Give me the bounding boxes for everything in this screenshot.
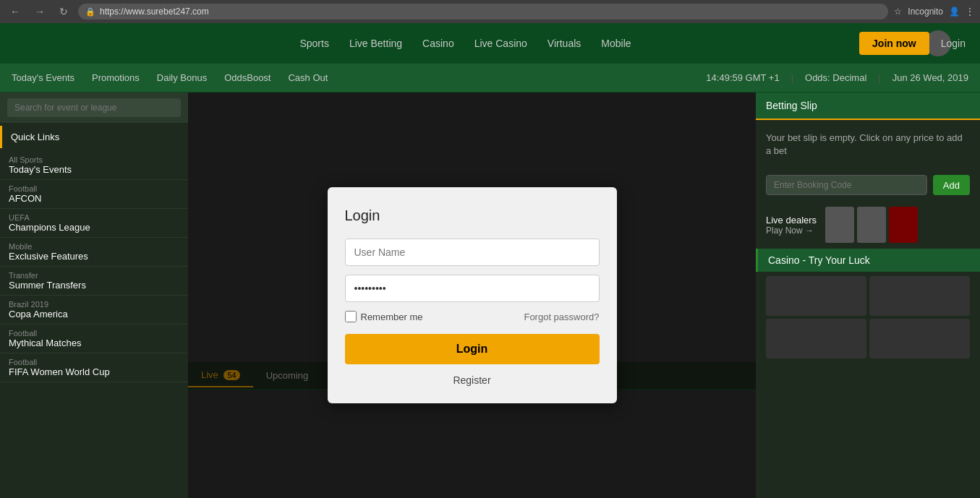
login-modal: Login Remember me Forgot password? Login…: [328, 187, 617, 403]
casino-card-1[interactable]: [766, 276, 866, 316]
remember-left: Remember me: [345, 311, 423, 322]
sidebar-item-label: AFCON: [9, 193, 179, 204]
nav-reload[interactable]: ↻: [55, 4, 72, 19]
join-now-button[interactable]: Join now: [859, 32, 929, 55]
casino-card-4[interactable]: [869, 319, 970, 359]
casino-card-2[interactable]: [869, 276, 970, 316]
search-box: [0, 93, 188, 123]
sub-nav: Today's Events Promotions Daily Bonus Od…: [0, 64, 980, 93]
sidebar-item-champions-league[interactable]: UEFA Champions League: [0, 209, 188, 238]
nav-live-casino[interactable]: Live Casino: [474, 38, 527, 49]
sidebar-category: Brazil 2019: [9, 300, 179, 309]
sidebar-item-exclusive-features[interactable]: Mobile Exclusive Features: [0, 238, 188, 267]
modal-login-button[interactable]: Login: [345, 334, 600, 364]
sub-nav-right: 14:49:59 GMT +1 | Odds: Decimal | Jun 26…: [706, 72, 968, 83]
sidebar-item-afcon[interactable]: Football AFCON: [0, 180, 188, 209]
dealer-img-3: [889, 207, 918, 243]
nav-back[interactable]: ←: [6, 4, 25, 19]
sidebar-item-label: Copa America: [9, 309, 179, 319]
betting-slip-header: Betting Slip: [756, 93, 980, 120]
nav-mobile[interactable]: Mobile: [601, 38, 631, 49]
modal-overlay: Login Remember me Forgot password? Login…: [188, 93, 756, 498]
sidebar: Quick Links All Sports Today's Events Fo…: [0, 93, 188, 498]
nav-virtuals[interactable]: Virtuals: [547, 38, 581, 49]
remember-label: Remember me: [361, 312, 423, 322]
sidebar-item-label: Exclusive Features: [9, 251, 179, 262]
subnav-todays-events[interactable]: Today's Events: [12, 72, 74, 83]
sidebar-category: Football: [9, 184, 179, 193]
dealer-img-1: [825, 207, 854, 243]
site-wrapper: Sports Live Betting Casino Live Casino V…: [0, 23, 980, 498]
nav-links: Sports Live Betting Casino Live Casino V…: [29, 38, 902, 49]
nav-right: Join now Login: [859, 32, 966, 55]
url-text: https://www.surebet247.com: [100, 7, 209, 17]
casino-section-header: Casino - Try Your Luck: [756, 249, 980, 272]
incognito-label: Incognito: [908, 7, 943, 17]
address-bar[interactable]: 🔒 https://www.surebet247.com: [78, 4, 888, 20]
lock-icon: 🔒: [85, 7, 95, 17]
sidebar-category: UEFA: [9, 213, 179, 222]
sidebar-item-label: FIFA Women World Cup: [9, 366, 179, 377]
browser-right: ☆ Incognito 👤 ⋮: [894, 7, 974, 17]
current-time: 14:49:59 GMT +1: [706, 72, 779, 83]
sidebar-category: Football: [9, 358, 179, 366]
modal-title: Login: [345, 207, 600, 224]
current-date: Jun 26 Wed, 2019: [892, 72, 968, 83]
forgot-password-link[interactable]: Forgot password?: [524, 312, 599, 322]
live-dealers-section: Live dealers Play Now →: [756, 201, 980, 249]
sidebar-category: Mobile: [9, 242, 179, 251]
booking-code-input[interactable]: [766, 175, 927, 195]
dealer-img-2: [857, 207, 886, 243]
incognito-icon: 👤: [949, 7, 960, 17]
quick-links-header: Quick Links: [0, 126, 188, 148]
nav-forward[interactable]: →: [30, 4, 49, 19]
sidebar-item-label: Mythical Matches: [9, 338, 179, 348]
right-panel: Betting Slip Your bet slip is empty. Cli…: [756, 93, 980, 498]
nav-live-betting[interactable]: Live Betting: [349, 38, 402, 49]
main-layout: Quick Links All Sports Today's Events Fo…: [0, 93, 980, 498]
sidebar-item-copa-america[interactable]: Brazil 2019 Copa America: [0, 296, 188, 325]
username-input[interactable]: [345, 239, 600, 266]
subnav-oddsboost[interactable]: OddsBoost: [224, 72, 270, 83]
sidebar-item-fifa-women-world-cup[interactable]: Football FIFA Women World Cup: [0, 353, 188, 382]
live-dealers-title: Live dealers: [766, 215, 817, 226]
booking-code-row: Add: [756, 169, 980, 201]
nav-casino[interactable]: Casino: [422, 38, 454, 49]
casino-card-3[interactable]: [766, 319, 866, 359]
top-nav: Sports Live Betting Casino Live Casino V…: [0, 23, 980, 64]
live-dealers-text: Live dealers Play Now →: [766, 215, 817, 236]
star-icon[interactable]: ☆: [894, 7, 902, 17]
password-input[interactable]: [345, 275, 600, 302]
nav-sports[interactable]: Sports: [299, 38, 328, 49]
casino-grid: [756, 272, 980, 363]
remember-checkbox[interactable]: [345, 311, 357, 322]
sidebar-category: Transfer: [9, 271, 179, 280]
sidebar-category: Football: [9, 329, 179, 338]
search-input[interactable]: [7, 98, 181, 117]
sidebar-category: All Sports: [9, 155, 179, 164]
sidebar-item-label: Today's Events: [9, 164, 179, 175]
add-button[interactable]: Add: [933, 175, 970, 195]
login-link[interactable]: Login: [941, 38, 966, 49]
main-content: Live 54 Upcoming Highlights Login: [188, 93, 756, 498]
betting-slip-empty: Your bet slip is empty. Click on any pri…: [756, 120, 980, 169]
sidebar-item-summer-transfers[interactable]: Transfer Summer Transfers: [0, 267, 188, 296]
modal-register-link[interactable]: Register: [345, 374, 600, 386]
subnav-cash-out[interactable]: Cash Out: [288, 72, 328, 83]
sidebar-item-mythical-matches[interactable]: Football Mythical Matches: [0, 325, 188, 353]
browser-bar: ← → ↻ 🔒 https://www.surebet247.com ☆ Inc…: [0, 0, 980, 23]
subnav-daily-bonus[interactable]: Daily Bonus: [157, 72, 207, 83]
sidebar-item-todays-events[interactable]: All Sports Today's Events: [0, 151, 188, 180]
remember-row: Remember me Forgot password?: [345, 311, 600, 322]
menu-icon[interactable]: ⋮: [966, 7, 974, 17]
subnav-promotions[interactable]: Promotions: [92, 72, 140, 83]
odds-label: Odds: Decimal: [805, 72, 866, 83]
live-dealers-subtitle[interactable]: Play Now →: [766, 226, 817, 236]
sidebar-item-label: Champions League: [9, 222, 179, 233]
dealers-images: [825, 207, 918, 243]
sidebar-item-label: Summer Transfers: [9, 280, 179, 291]
